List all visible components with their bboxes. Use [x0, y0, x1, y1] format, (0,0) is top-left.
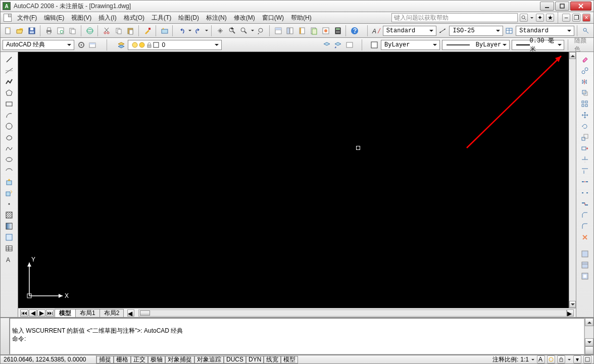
point-tool[interactable]	[3, 198, 15, 209]
toggle-ducs[interactable]: DUCS	[224, 356, 246, 363]
linetype-combo[interactable]: ByLayer	[442, 40, 510, 50]
polyline-tool[interactable]	[3, 76, 15, 87]
gradient-tool[interactable]	[3, 221, 15, 231]
menu-edit[interactable]: 编辑(E)	[40, 14, 68, 22]
markup-set-button[interactable]	[320, 25, 331, 36]
redo-dropdown[interactable]	[205, 25, 209, 36]
stretch-tool[interactable]	[579, 143, 591, 153]
menu-format[interactable]: 格式(O)	[120, 14, 148, 22]
menu-tools[interactable]: 工具(T)	[148, 14, 175, 22]
toggle-lwt[interactable]: 线宽	[264, 356, 281, 363]
comm-center-button[interactable]: ✦	[536, 14, 544, 22]
search-go-button[interactable]	[520, 14, 528, 22]
copy-tool[interactable]	[579, 65, 591, 76]
lineweight-combo[interactable]: 0.30 毫米	[512, 40, 564, 50]
ellipse-tool[interactable]	[3, 154, 15, 165]
zoom-dropdown[interactable]	[251, 25, 255, 36]
palette-2-button[interactable]	[579, 259, 591, 270]
lock-ui-button[interactable]	[557, 355, 565, 363]
tab-layout2[interactable]: 布局2	[100, 309, 124, 317]
print-button[interactable]	[43, 25, 55, 36]
anno-scale-value[interactable]: 1:1	[520, 356, 529, 363]
layer-combo[interactable]: 0	[128, 40, 222, 50]
table-tool[interactable]	[3, 243, 15, 253]
statusbar-menu-button[interactable]: ▾	[573, 355, 581, 363]
maximize-button[interactable]	[555, 2, 569, 11]
zoom-window-button[interactable]	[239, 25, 250, 36]
toggle-polar[interactable]: 极轴	[148, 356, 165, 363]
zoom-realtime-button[interactable]: +	[227, 25, 238, 36]
undo-button[interactable]	[176, 25, 187, 36]
layer-filter-button[interactable]	[345, 39, 355, 50]
polygon-tool[interactable]	[3, 87, 15, 98]
dimstyle-button[interactable]	[437, 25, 449, 36]
break-tool[interactable]	[579, 187, 591, 198]
toggle-dyn[interactable]: DYN	[246, 356, 264, 363]
favorites-button[interactable]: ★	[546, 14, 554, 22]
menu-help[interactable]: 帮助(H)	[287, 14, 315, 22]
tab-model[interactable]: 模型	[55, 309, 76, 317]
palette-3-button[interactable]	[579, 271, 591, 281]
move-tool[interactable]	[579, 110, 591, 120]
open-button[interactable]	[15, 25, 26, 36]
tool-palettes-button[interactable]	[296, 25, 308, 36]
color-combo[interactable]: ByLayer	[381, 40, 440, 50]
revcloud-tool[interactable]	[3, 132, 15, 142]
region-tool[interactable]	[3, 232, 15, 242]
layer-previous-button[interactable]	[333, 39, 343, 50]
table-style-combo[interactable]: Standard	[516, 26, 574, 36]
doc-restore-button[interactable]: ❐	[572, 14, 580, 22]
mtext-tool[interactable]: A	[3, 254, 15, 265]
ellipse-arc-tool[interactable]	[3, 165, 15, 176]
scale-tool[interactable]	[579, 132, 591, 142]
rotate-tool[interactable]	[579, 121, 591, 131]
anno-autoscale-button[interactable]	[547, 355, 555, 363]
anno-visibility-button[interactable]: A	[537, 355, 545, 363]
text-style-combo[interactable]: Standard	[383, 26, 436, 36]
explode-tool[interactable]	[579, 232, 591, 242]
sheet-set-button[interactable]	[309, 25, 320, 36]
redo-button[interactable]	[193, 25, 204, 36]
erase-tool[interactable]	[579, 54, 591, 65]
hscroll-right-button[interactable]: ▶	[567, 309, 574, 317]
rectangle-tool[interactable]	[3, 98, 15, 109]
tab-last-button[interactable]: ⏭	[46, 309, 54, 317]
clean-screen-button[interactable]	[583, 355, 591, 363]
trim-tool[interactable]	[579, 154, 591, 165]
fillet-tool[interactable]	[579, 221, 591, 231]
drawing-canvas[interactable]: X Y	[18, 52, 569, 308]
toggle-grid[interactable]: 栅格	[114, 356, 131, 363]
scroll-up-button[interactable]	[569, 52, 576, 59]
help-button[interactable]: ?	[349, 25, 360, 36]
spline-tool[interactable]	[3, 143, 15, 153]
block-editor-button[interactable]	[159, 25, 170, 36]
properties-button[interactable]	[273, 25, 284, 36]
command-scrollbar[interactable]	[584, 318, 593, 354]
dim-style-combo[interactable]: ISO-25	[449, 26, 503, 36]
plot-preview-button[interactable]	[55, 25, 66, 36]
menu-file[interactable]: 文件(F)	[14, 14, 40, 22]
chamfer-tool[interactable]	[579, 210, 591, 220]
doc-close-button[interactable]: ×	[582, 14, 590, 22]
anno-scale-dropdown[interactable]	[531, 354, 535, 364]
save-button[interactable]	[26, 25, 37, 36]
circle-tool[interactable]	[3, 121, 15, 131]
cmd-scroll-down[interactable]	[585, 338, 593, 346]
zoom-previous-button[interactable]	[256, 25, 267, 36]
toggle-snap[interactable]: 捕捉	[96, 356, 114, 363]
color-control-button[interactable]	[369, 39, 379, 50]
insert-block-tool[interactable]	[3, 176, 15, 187]
layer-manager-button[interactable]	[117, 39, 126, 50]
match-properties-button[interactable]	[142, 25, 153, 36]
arc-tool[interactable]	[3, 110, 15, 120]
copy-button[interactable]	[113, 25, 124, 36]
hatch-tool[interactable]	[3, 210, 15, 220]
design-center-button[interactable]	[284, 25, 295, 36]
tab-first-button[interactable]: ⏮	[20, 309, 28, 317]
menu-window[interactable]: 窗口(W)	[259, 14, 287, 22]
scroll-down-button[interactable]	[569, 301, 576, 308]
mirror-tool[interactable]	[579, 76, 591, 87]
menu-view[interactable]: 视图(V)	[68, 14, 95, 22]
undo-dropdown[interactable]	[188, 25, 192, 36]
hscroll-left-button[interactable]: ◀	[127, 309, 134, 317]
